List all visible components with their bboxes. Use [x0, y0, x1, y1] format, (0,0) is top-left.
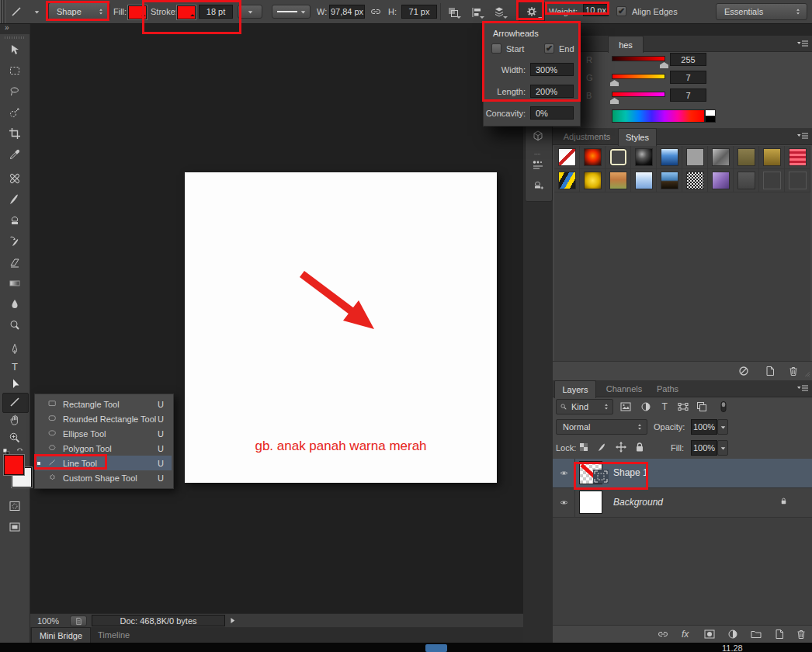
panel-menu-icon[interactable]	[796, 384, 809, 394]
menu-item-rounded-rectangle-tool[interactable]: Rounded Rectangle ToolU	[35, 411, 172, 426]
geometry-options-gear-button[interactable]	[519, 2, 545, 22]
quick-selection-tool[interactable]	[9, 106, 21, 119]
style-swatch[interactable]	[635, 148, 653, 166]
doc-info-icon-button[interactable]	[70, 616, 87, 626]
canvas-area[interactable]: gb. anak panah warna merah	[29, 23, 523, 613]
style-swatch[interactable]	[763, 148, 781, 166]
panel-menu-icon[interactable]	[796, 132, 809, 141]
style-swatch[interactable]	[661, 148, 678, 166]
style-swatch[interactable]	[712, 172, 730, 189]
line-tool[interactable]	[9, 396, 21, 408]
pen-tool[interactable]	[9, 343, 21, 355]
filter-type-layers-icon[interactable]: T	[658, 401, 671, 413]
stroke-style-dropdown[interactable]	[272, 5, 311, 19]
new-style-icon[interactable]	[764, 365, 776, 377]
height-field[interactable]: 71 px	[401, 5, 437, 19]
tab-layers[interactable]: Layers	[554, 380, 596, 398]
style-swatch[interactable]	[686, 148, 704, 166]
crop-tool[interactable]	[9, 127, 21, 140]
options-bar-grip[interactable]	[0, 0, 5, 23]
path-selection-tool[interactable]	[9, 378, 21, 390]
align-edges-checkbox[interactable]: ✔	[616, 6, 626, 16]
workspace-dropdown[interactable]: Essentials	[716, 3, 807, 20]
menu-item-ellipse-tool[interactable]: Ellipse ToolU	[35, 426, 172, 441]
weight-field[interactable]: 10 px	[583, 4, 609, 16]
taskbar-app-button[interactable]	[425, 644, 447, 652]
style-swatch[interactable]	[789, 172, 807, 189]
link-layers-icon[interactable]	[657, 628, 669, 640]
tab-adjustments[interactable]: Adjustments	[557, 128, 616, 144]
style-swatch[interactable]	[686, 172, 704, 189]
tool-preset-dropdown-icon[interactable]	[33, 8, 41, 16]
layer-style-fx-icon[interactable]: fx	[680, 628, 692, 640]
layer-name[interactable]: Background	[613, 497, 663, 508]
layer-name[interactable]: Shape 1	[613, 467, 648, 478]
lock-transparency-icon[interactable]	[578, 441, 590, 453]
opacity-field[interactable]: 100%	[691, 419, 717, 435]
fill-dropdown-arrow[interactable]	[717, 440, 728, 456]
tab-styles[interactable]: Styles	[618, 128, 657, 146]
eyedropper-tool[interactable]	[9, 148, 21, 161]
filter-shape-layers-icon[interactable]	[677, 401, 689, 413]
brush-presets-panel-icon[interactable]	[532, 159, 544, 172]
blue-slider-handle[interactable]	[610, 98, 619, 104]
delete-style-trash-icon[interactable]	[787, 365, 800, 377]
type-tool[interactable]: T	[9, 360, 21, 373]
menu-item-line-tool[interactable]: Line ToolU	[35, 456, 172, 470]
clone-source-panel-icon[interactable]	[532, 179, 544, 192]
red-slider-handle[interactable]	[660, 62, 668, 68]
stroke-size-field[interactable]: 18 pt	[199, 5, 233, 19]
blue-value-field[interactable]: 7	[670, 88, 706, 102]
clear-style-icon[interactable]	[737, 365, 750, 377]
style-swatch[interactable]	[609, 172, 627, 189]
blue-slider[interactable]	[612, 92, 665, 97]
layer-filter-toggle[interactable]	[717, 401, 730, 413]
dodge-tool[interactable]	[9, 319, 21, 331]
tab-channels[interactable]: Channels	[601, 380, 647, 397]
delete-layer-trash-icon[interactable]	[795, 628, 807, 640]
brush-tool[interactable]	[9, 193, 21, 206]
menu-item-custom-shape-tool[interactable]: Custom Shape ToolU	[35, 470, 172, 485]
style-swatch[interactable]	[584, 148, 602, 166]
lock-position-icon[interactable]	[615, 441, 627, 453]
red-value-field[interactable]: 255	[670, 53, 706, 66]
filter-smart-objects-icon[interactable]	[696, 401, 708, 413]
panel-menu-icon[interactable]	[796, 40, 809, 49]
tab-mini-bridge[interactable]: Mini Bridge	[31, 627, 91, 643]
style-swatch[interactable]	[712, 148, 730, 166]
spot-healing-brush-tool[interactable]	[9, 172, 21, 185]
path-operations-button[interactable]	[444, 5, 463, 20]
style-swatch[interactable]	[737, 148, 755, 166]
new-layer-icon[interactable]	[773, 628, 786, 640]
style-swatch[interactable]	[635, 172, 653, 189]
link-dimensions-icon[interactable]	[370, 5, 382, 18]
clone-stamp-tool[interactable]	[9, 214, 21, 227]
color-spectrum-ramp[interactable]	[612, 109, 705, 123]
style-swatch[interactable]	[584, 172, 602, 189]
filter-pixel-layers-icon[interactable]	[619, 401, 632, 413]
lasso-tool[interactable]	[9, 85, 21, 98]
vector-mask-badge[interactable]	[593, 470, 609, 484]
rectangular-marquee-tool[interactable]	[9, 64, 21, 77]
style-swatch[interactable]	[558, 172, 576, 189]
path-alignment-button[interactable]	[467, 5, 486, 20]
quick-mask-mode-button[interactable]	[9, 500, 21, 512]
lock-pixels-icon[interactable]	[596, 441, 609, 453]
doc-size-readout[interactable]: Doc: 468,8K/0 bytes	[92, 615, 225, 626]
path-arrangement-button[interactable]	[489, 5, 509, 20]
stroke-color-swatch[interactable]	[177, 5, 196, 19]
style-swatch[interactable]	[609, 148, 627, 166]
red-slider[interactable]	[612, 56, 665, 61]
visibility-toggle[interactable]	[553, 459, 575, 487]
dock-grip-icon[interactable]	[533, 150, 542, 158]
menu-item-rectangle-tool[interactable]: Rectangle ToolU	[35, 397, 172, 411]
arrowheads-start-checkbox[interactable]	[491, 43, 501, 54]
zoom-level[interactable]: 100%	[37, 616, 59, 626]
layer-filter-kind-dropdown[interactable]: Kind	[556, 399, 613, 414]
layer-thumbnail[interactable]	[579, 491, 602, 514]
new-group-folder-icon[interactable]	[750, 628, 762, 640]
filter-adjustment-layers-icon[interactable]	[640, 401, 652, 413]
blur-tool[interactable]	[9, 298, 21, 310]
properties-panel-icon[interactable]	[532, 130, 544, 142]
width-field[interactable]: 97,84 px	[329, 5, 365, 19]
